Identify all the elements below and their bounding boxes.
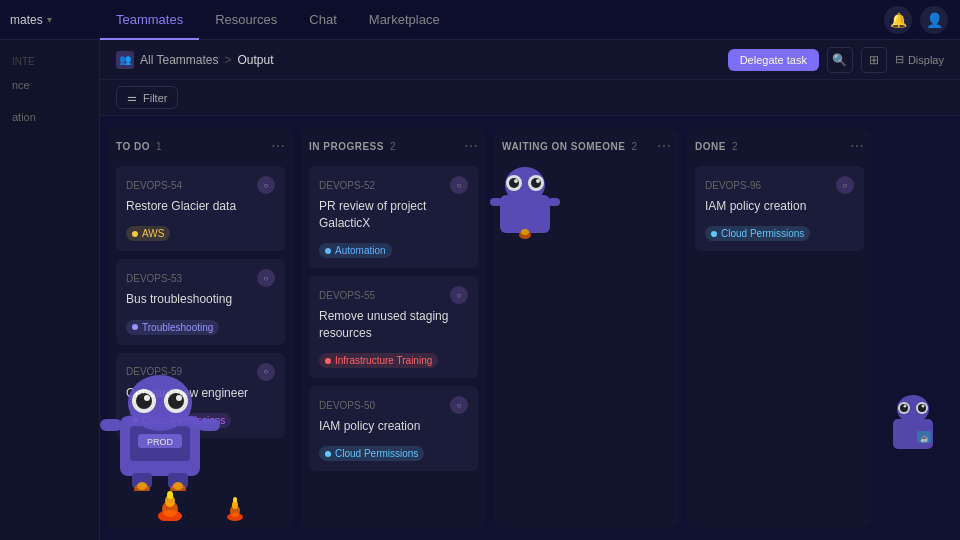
card-devops-96[interactable]: DEVOPS-96 ○ IAM policy creation Cloud Pe… bbox=[695, 166, 864, 251]
nav-tabs: Teammates Resources Chat Marketplace bbox=[100, 0, 884, 40]
sidebar-section-1: Inte bbox=[0, 50, 99, 69]
filter-button[interactable]: ⚌ Filter bbox=[116, 86, 178, 109]
column-done-count: 2 bbox=[732, 141, 738, 152]
nav-left: mates ▾ bbox=[0, 13, 100, 27]
card-devops-53-id: DEVOPS-53 ○ bbox=[126, 269, 275, 287]
card-devops-96-avatar: ○ bbox=[836, 176, 854, 194]
card-devops-53-avatar: ○ bbox=[257, 269, 275, 287]
tab-marketplace[interactable]: Marketplace bbox=[353, 0, 456, 40]
card-devops-50-avatar: ○ bbox=[450, 396, 468, 414]
user-avatar[interactable]: 👤 bbox=[920, 6, 948, 34]
filter-icon: ⚌ bbox=[127, 91, 137, 104]
card-devops-52-id: DEVOPS-52 ○ bbox=[319, 176, 468, 194]
column-done-title: DONE bbox=[695, 141, 726, 152]
column-waiting-menu[interactable]: ⋯ bbox=[657, 138, 671, 154]
column-waiting-header: WAITING ON SOMEONE 2 ⋯ bbox=[502, 138, 671, 154]
card-devops-50-id: DEVOPS-50 ○ bbox=[319, 396, 468, 414]
notification-icon[interactable]: 🔔 bbox=[884, 6, 912, 34]
column-todo-header: TO DO 1 ⋯ bbox=[116, 138, 285, 154]
toolbar-row: ⚌ Filter bbox=[100, 80, 960, 116]
card-devops-59-tag: Cloud Permissions bbox=[126, 413, 231, 428]
search-icon-btn[interactable]: 🔍 bbox=[827, 47, 853, 73]
column-todo-title: TO DO bbox=[116, 141, 150, 152]
tag-dot bbox=[132, 417, 138, 423]
card-devops-50-title: IAM policy creation bbox=[319, 418, 468, 435]
tag-dot bbox=[325, 358, 331, 364]
card-devops-55-tag: Infrastructure Training bbox=[319, 353, 438, 368]
column-todo-menu[interactable]: ⋯ bbox=[271, 138, 285, 154]
column-inprogress-header: IN PROGRESS 2 ⋯ bbox=[309, 138, 478, 154]
card-devops-53-tag: Troubleshooting bbox=[126, 320, 219, 335]
top-nav: mates ▾ Teammates Resources Chat Marketp… bbox=[0, 0, 960, 40]
card-devops-54-tag: AWS bbox=[126, 226, 170, 241]
card-devops-59-avatar: ○ bbox=[257, 363, 275, 381]
tab-teammates[interactable]: Teammates bbox=[100, 0, 199, 40]
sidebar: Inte nce ation bbox=[0, 40, 100, 540]
card-devops-54-avatar: ○ bbox=[257, 176, 275, 194]
breadcrumb-separator: > bbox=[224, 53, 231, 67]
breadcrumb-teammates[interactable]: All Teammates bbox=[140, 53, 218, 67]
card-devops-59-title: Onboard new engineer bbox=[126, 385, 275, 402]
tab-chat[interactable]: Chat bbox=[293, 0, 352, 40]
column-todo-count: 1 bbox=[156, 141, 162, 152]
column-done-menu[interactable]: ⋯ bbox=[850, 138, 864, 154]
tag-dot bbox=[325, 451, 331, 457]
subheader: 👥 All Teammates > Output Delegate task 🔍… bbox=[100, 40, 960, 80]
delegate-task-button[interactable]: Delegate task bbox=[728, 49, 819, 71]
card-devops-96-title: IAM policy creation bbox=[705, 198, 854, 215]
column-inprogress: IN PROGRESS 2 ⋯ DEVOPS-52 ○ PR review of… bbox=[301, 128, 486, 528]
column-done-header: DONE 2 ⋯ bbox=[695, 138, 864, 154]
breadcrumb-icon: 👥 bbox=[116, 51, 134, 69]
tab-resources[interactable]: Resources bbox=[199, 0, 293, 40]
card-devops-50-tag: Cloud Permissions bbox=[319, 446, 424, 461]
kanban-board: TO DO 1 ⋯ DEVOPS-54 ○ Restore Glacier da… bbox=[100, 116, 960, 540]
card-devops-55[interactable]: DEVOPS-55 ○ Remove unused staging resour… bbox=[309, 276, 478, 378]
sidebar-item-ation[interactable]: ation bbox=[0, 101, 99, 133]
column-done: DONE 2 ⋯ DEVOPS-96 ○ IAM policy creation… bbox=[687, 128, 872, 528]
card-devops-59[interactable]: DEVOPS-59 ○ Onboard new engineer Cloud P… bbox=[116, 353, 285, 438]
column-inprogress-title: IN PROGRESS bbox=[309, 141, 384, 152]
column-inprogress-count: 2 bbox=[390, 141, 396, 152]
card-devops-52[interactable]: DEVOPS-52 ○ PR review of project Galacti… bbox=[309, 166, 478, 268]
card-devops-52-avatar: ○ bbox=[450, 176, 468, 194]
sidebar-item-nce[interactable]: nce bbox=[0, 69, 99, 101]
column-inprogress-menu[interactable]: ⋯ bbox=[464, 138, 478, 154]
card-devops-54-title: Restore Glacier data bbox=[126, 198, 275, 215]
card-devops-53[interactable]: DEVOPS-53 ○ Bus troubleshooting Troubles… bbox=[116, 259, 285, 344]
card-devops-55-avatar: ○ bbox=[450, 286, 468, 304]
column-todo: TO DO 1 ⋯ DEVOPS-54 ○ Restore Glacier da… bbox=[108, 128, 293, 528]
card-devops-96-id: DEVOPS-96 ○ bbox=[705, 176, 854, 194]
tag-dot bbox=[325, 248, 331, 254]
nav-right: 🔔 👤 bbox=[884, 6, 960, 34]
card-devops-52-tag: Automation bbox=[319, 243, 392, 258]
column-waiting-title: WAITING ON SOMEONE bbox=[502, 141, 625, 152]
card-devops-54[interactable]: DEVOPS-54 ○ Restore Glacier data AWS bbox=[116, 166, 285, 251]
display-button[interactable]: ⊟ Display bbox=[895, 53, 944, 66]
tag-dot bbox=[132, 324, 138, 330]
app-name: mates bbox=[10, 13, 43, 27]
card-devops-55-title: Remove unused staging resources bbox=[319, 308, 468, 342]
card-devops-53-title: Bus troubleshooting bbox=[126, 291, 275, 308]
card-devops-52-title: PR review of project GalacticX bbox=[319, 198, 468, 232]
display-label: Display bbox=[908, 54, 944, 66]
card-devops-96-tag: Cloud Permissions bbox=[705, 226, 810, 241]
card-devops-55-id: DEVOPS-55 ○ bbox=[319, 286, 468, 304]
tag-dot bbox=[711, 231, 717, 237]
column-waiting-count: 2 bbox=[631, 141, 637, 152]
card-devops-59-id: DEVOPS-59 ○ bbox=[126, 363, 275, 381]
nav-chevron-icon: ▾ bbox=[47, 14, 52, 25]
breadcrumb: 👥 All Teammates > Output bbox=[116, 51, 274, 69]
card-devops-50[interactable]: DEVOPS-50 ○ IAM policy creation Cloud Pe… bbox=[309, 386, 478, 471]
filter-label: Filter bbox=[143, 92, 167, 104]
breadcrumb-output: Output bbox=[238, 53, 274, 67]
view-toggle-btn[interactable]: ⊞ bbox=[861, 47, 887, 73]
card-devops-54-id: DEVOPS-54 ○ bbox=[126, 176, 275, 194]
column-waiting: WAITING ON SOMEONE 2 ⋯ bbox=[494, 128, 679, 528]
tag-dot bbox=[132, 231, 138, 237]
display-icon: ⊟ bbox=[895, 53, 904, 66]
